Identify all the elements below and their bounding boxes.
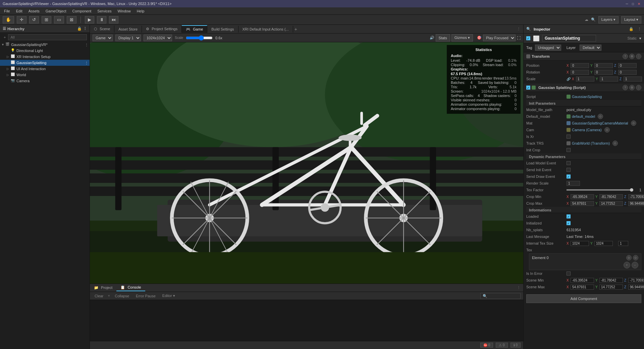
crop-min-x[interactable]	[571, 194, 594, 199]
maximize-button[interactable]: □	[631, 1, 635, 6]
pos-y-input[interactable]	[594, 63, 613, 68]
layer-select[interactable]: Default	[580, 45, 601, 51]
gizmos-button[interactable]: Gizmos ▾	[451, 34, 473, 42]
transform-info-btn[interactable]: ?	[623, 54, 628, 59]
crop-max-y[interactable]	[599, 201, 623, 206]
object-name-input[interactable]	[542, 35, 596, 42]
resolution-select[interactable]: 1024x1024	[144, 35, 172, 41]
tab-console[interactable]: 📋 Console	[116, 284, 145, 291]
menu-file[interactable]: File	[1, 8, 13, 14]
tab-scene[interactable]: ⬡ Scene	[90, 26, 114, 33]
rot-x-input[interactable]	[571, 70, 589, 75]
hierarchy-item-camera[interactable]: ▷ 📷 Camera	[0, 78, 90, 84]
rot-y-input[interactable]	[594, 70, 613, 75]
clear-button[interactable]: Clear	[93, 293, 105, 299]
menu-component[interactable]: Component	[69, 8, 94, 14]
menu-edit[interactable]: Edit	[13, 8, 25, 14]
crop-max-x[interactable]	[571, 201, 594, 206]
inspector-menu-icon[interactable]: ⋮	[638, 27, 641, 31]
object-enabled-checkbox[interactable]	[526, 36, 530, 40]
tab-build-settings[interactable]: Build Settings	[207, 26, 238, 33]
crop-min-y[interactable]	[599, 194, 623, 199]
pause-button[interactable]: ⏸	[97, 16, 106, 23]
play-focused-select[interactable]: Play Focused	[483, 35, 516, 41]
step-button[interactable]: ⏭	[109, 16, 118, 23]
crop-min-z[interactable]	[628, 194, 644, 199]
play-focused-icon[interactable]: 🎯	[477, 36, 482, 40]
console-search[interactable]	[480, 293, 521, 299]
tex-element-settings-btn[interactable]: ⊙	[633, 255, 638, 260]
menu-services[interactable]: Services	[95, 8, 114, 14]
pos-z-input[interactable]	[618, 63, 637, 68]
hierarchy-add-button[interactable]: +	[3, 34, 7, 40]
bottom-panel-menu[interactable]: ⋮	[517, 286, 523, 290]
model-target-btn[interactable]: ⊙	[598, 114, 603, 119]
script-menu-btn[interactable]: ⋮	[636, 85, 641, 90]
hierarchy-menu-icon[interactable]: ⋮	[83, 27, 87, 31]
toolbar-move-tool[interactable]: ✛	[17, 16, 26, 23]
crop-max-z[interactable]	[628, 201, 644, 206]
hierarchy-item-root[interactable]: ▼ 🎬 GaussianSplattingVR* ⋮	[0, 42, 90, 48]
tag-select[interactable]: Untagged	[535, 45, 561, 51]
inspector-lock-icon[interactable]: 🔒	[629, 27, 634, 31]
script-enabled-checkbox[interactable]	[526, 86, 530, 90]
init-crop-checkbox[interactable]	[567, 148, 571, 152]
tab-menu-icon[interactable]: ⋮	[517, 27, 523, 31]
is-xr-checkbox[interactable]	[567, 135, 571, 139]
transform-settings-btn[interactable]: ⚙	[629, 54, 635, 59]
script-settings-btn[interactable]: ⚙	[629, 85, 635, 90]
scale-lock-icon[interactable]: 🔗	[567, 77, 571, 81]
minimize-button[interactable]: ─	[625, 1, 629, 6]
rot-z-input[interactable]	[618, 70, 637, 75]
tex-remove-btn[interactable]: −	[632, 262, 638, 268]
hierarchy-item-menu[interactable]: ⋮	[85, 61, 88, 65]
hierarchy-lock-icon[interactable]: 🔒	[77, 27, 82, 31]
toolbar-hand-tool[interactable]: ✋	[3, 16, 14, 23]
layers-button[interactable]: Layers ▾	[598, 16, 619, 23]
scale-z-input[interactable]	[624, 77, 642, 82]
collapse-button[interactable]: Collapse	[113, 293, 131, 299]
add-component-button[interactable]: Add Component	[526, 294, 641, 303]
menu-gameobject[interactable]: GameObject	[43, 8, 69, 14]
pos-x-input[interactable]	[571, 63, 589, 68]
toolbar-rect-tool[interactable]: ▭	[54, 16, 64, 23]
render-scale-input[interactable]	[567, 181, 580, 186]
tex-factor-slider[interactable]	[567, 189, 633, 191]
hierarchy-item-gaussian[interactable]: ▷ ⬜ GaussianSplatting ⋮	[0, 60, 90, 66]
display-num-select[interactable]: Display 1	[115, 35, 141, 41]
tex-add-btn[interactable]: +	[624, 262, 630, 268]
tab-project-settings[interactable]: ⚙ Project Settings	[142, 26, 182, 33]
error-pause-button[interactable]: Error Pause	[134, 293, 158, 299]
transform-menu-btn[interactable]: ⋮	[636, 54, 641, 59]
load-model-checkbox[interactable]	[567, 161, 571, 165]
menu-help[interactable]: Help	[134, 8, 147, 14]
hierarchy-item-menu[interactable]: ⋮	[85, 43, 88, 47]
hierarchy-item-ui[interactable]: ▷ ⬜ UI And Interaction	[0, 66, 90, 72]
close-button[interactable]: ✕	[637, 1, 641, 6]
maximize-icon[interactable]: ⛶	[517, 36, 521, 40]
cam-target-btn[interactable]: ⊙	[604, 127, 610, 133]
scale-x-input[interactable]	[576, 77, 594, 82]
scale-slider[interactable]	[186, 35, 213, 41]
display-select[interactable]: Game	[93, 35, 113, 41]
layout-button[interactable]: Layout ▾	[621, 16, 641, 23]
send-draw-checkbox[interactable]	[567, 174, 571, 179]
hierarchy-item-world[interactable]: ▷ ⬜ World	[0, 72, 90, 78]
send-init-checkbox[interactable]	[567, 168, 571, 172]
scale-y-input[interactable]	[600, 77, 618, 82]
hierarchy-item-xr[interactable]: ▷ ⬜ XR Interaction Setup	[0, 54, 90, 60]
toolbar-rotate-tool[interactable]: ↺	[29, 16, 39, 23]
hierarchy-item-dirlight[interactable]: ▷ 💡 Directional Light	[0, 48, 90, 54]
play-button[interactable]: ▶	[85, 16, 94, 23]
tex-element-target-btn[interactable]: ⊙	[626, 255, 632, 260]
tab-game[interactable]: 🎮 Game	[182, 25, 207, 33]
tab-xri[interactable]: XRI Default Input Actions (...	[238, 26, 293, 33]
hierarchy-search[interactable]	[8, 34, 87, 40]
script-info-btn[interactable]: ?	[623, 85, 628, 90]
gaussian-script-header[interactable]: Gaussian Splatting (Script) ? ⚙ ⋮	[524, 84, 644, 92]
track-trs-target-btn[interactable]: ⊙	[612, 141, 618, 146]
editor-button[interactable]: Editor ▾	[160, 293, 177, 299]
mat-target-btn[interactable]: ⊙	[631, 120, 636, 126]
tab-project[interactable]: 📁 Project	[90, 285, 116, 291]
static-arrow[interactable]: ▾	[639, 36, 641, 41]
